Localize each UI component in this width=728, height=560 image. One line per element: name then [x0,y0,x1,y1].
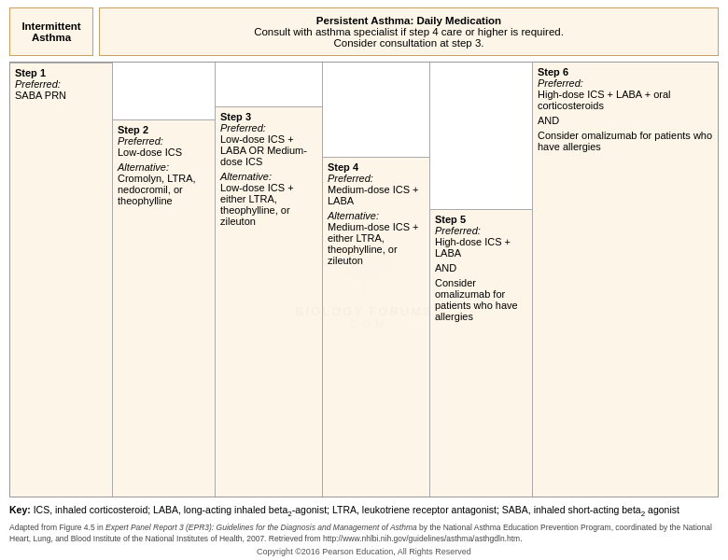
step1-preferred-label: Preferred: [15,78,107,90]
key-area: Key: ICS, inhaled corticosteroid; LABA, … [9,503,719,520]
step4-alt-label: Alternative: [328,210,425,221]
step3-preferred-label: Preferred: [220,122,317,133]
persistent-sub1: Consult with asthma specialist if step 4… [254,26,564,37]
intermittent-box: Intermittent Asthma [9,7,93,56]
step6-column: Step 6 Preferred: High-dose ICS + LABA +… [533,63,718,497]
step3-preferred: Low-dose ICS + LABA OR Medium-dose ICS [220,133,317,167]
step6-preferred-label: Preferred: [538,77,713,89]
step6-preferred: High-dose ICS + LABA + oral corticostero… [538,89,713,111]
step5-column: Step 5 Preferred: High-dose ICS + LABA A… [430,63,533,497]
copyright: Copyright ©2016 Pearson Education, All R… [9,547,719,556]
step2-preferred: Low-dose ICS [118,147,210,158]
persistent-title: Persistent Asthma: Daily Medication [254,15,564,26]
step4-preferred-label: Preferred: [328,173,425,184]
intermittent-label: Intermittent Asthma [18,21,85,43]
step4-alt: Medium-dose ICS + either LTRA, theophyll… [328,221,425,266]
step2-alt-label: Alternative: [118,161,210,173]
persistent-box: Persistent Asthma: Daily Medication Cons… [99,7,719,56]
step6-name: Step 6 [538,66,713,77]
step5-consider: Consider omalizumab for patients who hav… [435,277,527,322]
step2-alt: Cromolyn, LTRA, nedocromil, or theophyll… [118,173,210,206]
copyright-text: Copyright ©2016 Pearson Education, All R… [257,547,471,556]
step4-column: Step 4 Preferred: Medium-dose ICS + LABA… [323,63,430,497]
step4-preferred: Medium-dose ICS + LABA [328,184,425,206]
steps-container: BIOLOGY FORUMS . C O M Step 1 Preferred:… [9,62,719,497]
step5-and: AND [435,262,527,273]
step3-alt-label: Alternative: [220,171,317,182]
step1-column: Step 1 Preferred: SABA PRN [10,63,113,497]
step6-and: AND [538,115,713,126]
step2-column: Step 2 Preferred: Low-dose ICS Alternati… [113,63,216,497]
step1-name: Step 1 [15,67,107,78]
step2-name: Step 2 [118,124,210,135]
step5-preferred: High-dose ICS + LABA [435,236,527,259]
step3-alt: Low-dose ICS + either LTRA, theophylline… [220,182,317,227]
key-text: ICS, inhaled corticosteroid; LABA, long-… [34,504,679,515]
key-line: Key: ICS, inhaled corticosteroid; LABA, … [9,503,719,520]
header-row: Intermittent Asthma Persistent Asthma: D… [9,7,719,56]
step3-name: Step 3 [220,111,317,122]
source-area: Adapted from Figure 4.5 in Expert Panel … [9,523,719,545]
step6-consider: Consider omalizumab for patients who hav… [538,130,713,152]
step5-name: Step 5 [435,214,527,225]
step3-column: Step 3 Preferred: Low-dose ICS + LABA OR… [216,63,323,497]
step4-name: Step 4 [328,161,425,173]
step2-preferred-label: Preferred: [118,135,210,147]
step1-preferred: SABA PRN [15,90,107,101]
main-container: Intermittent Asthma Persistent Asthma: D… [0,0,728,560]
persistent-sub2: Consider consultation at step 3. [333,37,483,49]
key-label: Key: [9,504,31,515]
source-text: Adapted from Figure 4.5 in Expert Panel … [9,523,712,543]
step5-preferred-label: Preferred: [435,225,527,236]
